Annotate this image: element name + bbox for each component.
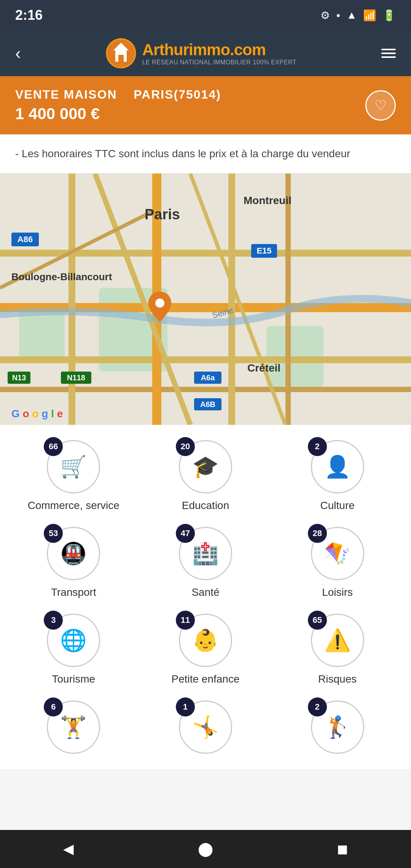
category-badge-activites: 1 xyxy=(176,697,195,716)
fee-notice: - Les honoraires TTC sont inclus dans le… xyxy=(0,134,411,174)
category-item-education[interactable]: 20 🎓 Education xyxy=(143,440,268,512)
status-bar: 2:16 ⚙ ● ▲ 📶 🔋 xyxy=(0,0,411,30)
svg-text:A6B: A6B xyxy=(200,400,215,408)
category-label-risques: Risques xyxy=(318,673,357,685)
map-container[interactable]: Paris Montreuil Boulogne-Billancourt Cré… xyxy=(0,174,411,425)
svg-text:E15: E15 xyxy=(256,246,271,255)
svg-rect-9 xyxy=(0,356,411,363)
category-icon-wrap-sport: 6 🏋 xyxy=(47,700,100,754)
category-icon-wrap-culture: 2 👤 xyxy=(311,440,364,493)
category-label-commerce: Commerce, service xyxy=(28,499,119,512)
svg-rect-14 xyxy=(285,174,291,425)
category-icon-wrap-education: 20 🎓 xyxy=(179,440,232,493)
category-icon-wrap-commerce: 66 🛒 xyxy=(47,440,100,493)
svg-rect-11 xyxy=(68,174,75,425)
category-item-loisirs[interactable]: 28 🪁 Loisirs xyxy=(275,527,400,598)
category-badge-risques: 65 xyxy=(308,611,327,630)
category-badge-loisirs: 28 xyxy=(308,524,327,543)
navbar: ‹ Arthurimmo.com LE RÉSEAU NATIONAL IMMO… xyxy=(0,30,411,76)
category-badge-golf: 2 xyxy=(308,697,327,716)
category-icon-wrap-loisirs: 28 🪁 xyxy=(311,527,364,580)
map-svg: Paris Montreuil Boulogne-Billancourt Cré… xyxy=(0,174,411,425)
category-item-tourisme[interactable]: 3 🌐 Tourisme xyxy=(11,614,136,685)
svg-text:A86: A86 xyxy=(18,235,33,244)
property-type: VENTE MAISON PARIS(75014) xyxy=(15,88,365,102)
svg-rect-13 xyxy=(228,174,235,425)
category-badge-commerce: 66 xyxy=(44,437,63,456)
svg-text:G
      o
      o
      g
    : G o o g l e xyxy=(11,408,63,420)
nav-home-button[interactable]: ⬤ xyxy=(190,834,221,864)
menu-line-2 xyxy=(381,53,396,54)
svg-text:Paris: Paris xyxy=(145,206,180,222)
logo-name: Arthurimmo.com xyxy=(142,41,296,59)
property-banner: VENTE MAISON PARIS(75014) 1 400 000 € ♡ xyxy=(0,76,411,134)
svg-text:Créteil: Créteil xyxy=(247,362,280,374)
category-badge-culture: 2 xyxy=(308,437,327,456)
back-button[interactable]: ‹ xyxy=(15,44,21,63)
svg-text:Boulogne-Billancourt: Boulogne-Billancourt xyxy=(11,271,112,282)
status-icons: ⚙ ● ▲ 📶 🔋 xyxy=(320,9,396,22)
category-label-transport: Transport xyxy=(51,586,96,598)
property-price: 1 400 000 € xyxy=(15,105,365,123)
category-item-sante[interactable]: 47 🏥 Santé xyxy=(143,527,268,598)
svg-text:A6a: A6a xyxy=(201,373,215,382)
heart-icon: ♡ xyxy=(374,97,387,113)
svg-rect-10 xyxy=(0,387,411,392)
settings-icon: ⚙ xyxy=(320,9,330,22)
battery-icon: 🔋 xyxy=(382,9,396,22)
property-info: VENTE MAISON PARIS(75014) 1 400 000 € xyxy=(15,88,365,123)
category-badge-sante: 47 xyxy=(176,524,195,543)
category-icon-wrap-activites: 1 🤸 xyxy=(179,700,232,754)
logo-text: Arthurimmo.com LE RÉSEAU NATIONAL IMMOBI… xyxy=(142,41,296,66)
category-label-sante: Santé xyxy=(191,586,219,598)
signal-icon: 📶 xyxy=(363,9,376,22)
category-item-petite-enfance[interactable]: 11 👶 Petite enfance xyxy=(143,614,268,685)
category-label-loisirs: Loisirs xyxy=(322,586,353,598)
category-item-sport[interactable]: 6 🏋 xyxy=(11,700,136,754)
category-item-commerce[interactable]: 66 🛒 Commerce, service xyxy=(11,440,136,512)
bottom-nav: ◀ ⬤ ◼ xyxy=(0,830,411,868)
category-item-risques[interactable]: 65 ⚠️ Risques xyxy=(275,614,400,685)
svg-text:N13: N13 xyxy=(12,373,26,382)
categories-section: 66 🛒 Commerce, service 20 🎓 Education 2 … xyxy=(0,425,411,769)
category-icon-wrap-petite-enfance: 11 👶 xyxy=(179,614,232,667)
svg-point-18 xyxy=(155,298,164,308)
category-label-petite-enfance: Petite enfance xyxy=(171,673,239,685)
logo-name-part1: Arthur xyxy=(142,41,189,59)
category-item-activites[interactable]: 1 🤸 xyxy=(143,700,268,754)
category-item-golf[interactable]: 2 🏌 xyxy=(275,700,400,754)
category-icon-wrap-sante: 47 🏥 xyxy=(179,527,232,580)
wifi-icon: ▲ xyxy=(346,9,357,21)
favorite-button[interactable]: ♡ xyxy=(365,90,396,121)
category-item-transport[interactable]: 53 🚇 Transport xyxy=(11,527,136,598)
logo: Arthurimmo.com LE RÉSEAU NATIONAL IMMOBI… xyxy=(106,38,296,69)
svg-rect-2 xyxy=(118,55,124,62)
category-icon-wrap-transport: 53 🚇 xyxy=(47,527,100,580)
dot-icon: ● xyxy=(336,11,340,19)
category-badge-petite-enfance: 11 xyxy=(176,611,195,630)
category-label-education: Education xyxy=(182,499,229,512)
svg-text:Montreuil: Montreuil xyxy=(244,195,292,206)
category-label-culture: Culture xyxy=(320,499,355,512)
menu-line-1 xyxy=(381,49,396,50)
logo-name-accent: immo.com xyxy=(189,41,266,59)
category-label-tourisme: Tourisme xyxy=(52,673,96,685)
menu-line-3 xyxy=(381,56,396,58)
property-location: PARIS(75014) xyxy=(134,88,221,101)
svg-text:N118: N118 xyxy=(67,373,85,382)
category-icon-wrap-risques: 65 ⚠️ xyxy=(311,614,364,667)
categories-grid: 66 🛒 Commerce, service 20 🎓 Education 2 … xyxy=(11,440,400,754)
logo-tagline: LE RÉSEAU NATIONAL IMMOBILIER 100% EXPER… xyxy=(142,59,296,66)
category-icon-wrap-golf: 2 🏌 xyxy=(311,700,364,754)
logo-icon xyxy=(106,38,136,69)
property-type-text: VENTE MAISON xyxy=(15,88,117,101)
category-item-culture[interactable]: 2 👤 Culture xyxy=(275,440,400,512)
menu-button[interactable] xyxy=(381,49,396,58)
nav-recent-button[interactable]: ◼ xyxy=(327,834,358,864)
category-badge-transport: 53 xyxy=(44,524,63,543)
category-badge-education: 20 xyxy=(176,437,195,456)
category-badge-tourisme: 3 xyxy=(44,611,63,630)
nav-back-button[interactable]: ◀ xyxy=(53,834,84,864)
category-badge-sport: 6 xyxy=(44,697,63,716)
category-icon-wrap-tourisme: 3 🌐 xyxy=(47,614,100,667)
